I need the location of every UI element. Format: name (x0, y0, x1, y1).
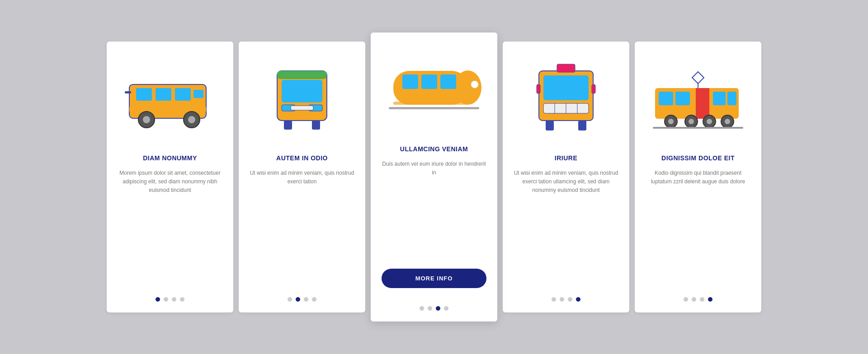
dot-4 (576, 297, 580, 302)
school-bus-icon (514, 55, 618, 145)
dot-1 (684, 297, 688, 302)
svg-rect-16 (291, 106, 313, 110)
dot-2 (692, 297, 696, 302)
svg-point-53 (725, 119, 730, 124)
card-1-title: DIAM NONUMMY (143, 154, 197, 162)
card-2-title: AUTEM IN ODIO (276, 154, 328, 162)
svg-rect-10 (125, 91, 131, 93)
dot-3 (568, 297, 572, 302)
card-1-text: Morem ipsum dolor sit amet, consectetuer… (118, 169, 222, 288)
svg-rect-4 (193, 90, 203, 98)
svg-rect-17 (284, 121, 292, 130)
dot-2 (164, 297, 168, 302)
dot-3 (172, 297, 176, 302)
svg-rect-41 (696, 88, 709, 119)
card-3-title: ULLAMCING VENIAM (400, 145, 468, 153)
card-4-dots (552, 297, 580, 302)
svg-point-24 (471, 81, 478, 88)
svg-rect-31 (592, 84, 595, 93)
card-2-text: Ut wisi enim ad minim veniam, quis nostr… (250, 169, 354, 288)
svg-point-49 (689, 119, 694, 124)
svg-rect-22 (421, 75, 437, 89)
dot-2 (428, 306, 432, 311)
more-info-button[interactable]: MORE INFO (382, 269, 486, 288)
card-2: AUTEM IN ODIO Ut wisi enim ad minim veni… (239, 42, 365, 312)
card-4-title: IRIURE (555, 154, 577, 162)
svg-rect-5 (129, 107, 206, 112)
card-3-dots (420, 306, 448, 311)
dot-1 (156, 297, 160, 302)
svg-rect-36 (546, 121, 554, 130)
card-1: DIAM NONUMMY Morem ipsum dolor sit amet,… (107, 42, 233, 312)
svg-point-51 (707, 119, 712, 124)
svg-point-47 (668, 119, 674, 124)
svg-rect-54 (653, 127, 743, 129)
svg-rect-37 (578, 121, 586, 130)
dot-2 (296, 297, 300, 302)
dot-3 (436, 306, 440, 311)
svg-rect-1 (136, 88, 152, 101)
svg-rect-30 (537, 84, 540, 93)
dot-1 (288, 297, 292, 302)
svg-rect-25 (393, 102, 468, 105)
svg-rect-28 (557, 64, 575, 72)
card-4: IRIURE Ut wisi enim ad minim veniam, qui… (503, 42, 629, 312)
card-5-dots (684, 297, 712, 302)
dot-3 (304, 297, 308, 302)
svg-rect-29 (543, 75, 589, 100)
bus-front-icon (250, 55, 354, 145)
svg-rect-26 (389, 107, 479, 109)
card-5-text: Kodio dignissim qui blandit praesent lup… (646, 169, 750, 288)
train-icon (382, 46, 486, 136)
dot-1 (420, 306, 424, 311)
dot-4 (708, 297, 712, 302)
card-1-dots (156, 297, 184, 302)
dot-1 (552, 297, 556, 302)
svg-point-9 (188, 116, 195, 123)
dot-2 (560, 297, 564, 302)
svg-rect-2 (156, 88, 171, 101)
svg-rect-13 (282, 80, 322, 102)
svg-rect-45 (727, 92, 736, 105)
card-5-title: DIGNISSIM DOLOE EIT (661, 154, 735, 162)
cards-container: DIAM NONUMMY Morem ipsum dolor sit amet,… (27, 33, 841, 321)
svg-rect-43 (675, 92, 690, 105)
card-2-dots (288, 297, 316, 302)
svg-marker-38 (692, 72, 704, 84)
card-3: ULLAMCING VENIAM Duis autem vel eum iriu… (371, 33, 497, 321)
card-5: DIGNISSIM DOLOE EIT Kodio dignissim qui … (635, 42, 761, 312)
dot-4 (312, 297, 316, 302)
svg-rect-12 (277, 71, 327, 79)
svg-rect-3 (175, 88, 191, 101)
svg-point-20 (454, 70, 481, 105)
svg-rect-23 (440, 75, 456, 89)
dot-4 (180, 297, 184, 302)
card-4-text: Ut wisi enim ad minim veniam, quis nostr… (514, 169, 618, 288)
svg-rect-21 (402, 75, 418, 89)
bus-side-icon (118, 55, 222, 145)
svg-rect-42 (659, 92, 673, 105)
dot-4 (444, 306, 448, 311)
svg-rect-44 (713, 92, 726, 105)
svg-point-7 (143, 116, 150, 123)
card-3-text: Duis autem vel eum iriure dolor in hendr… (382, 160, 486, 260)
tram-icon (646, 55, 750, 145)
dot-3 (700, 297, 704, 302)
svg-rect-18 (312, 121, 320, 130)
